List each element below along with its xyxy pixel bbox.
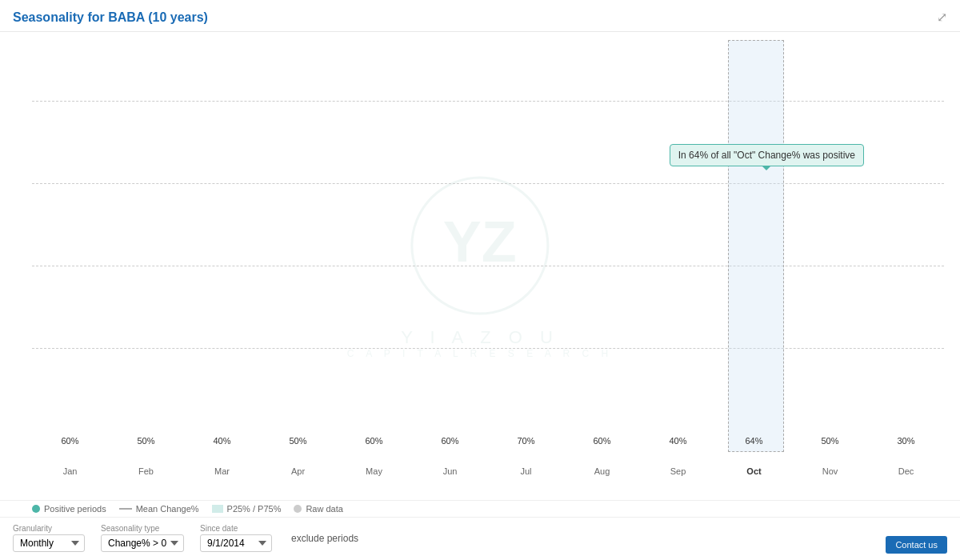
legend-positive: Positive periods bbox=[32, 504, 106, 514]
legend-mean-line bbox=[119, 508, 132, 510]
since-date-select[interactable]: 9/1/2014 1/1/2010 1/1/2005 bbox=[200, 534, 272, 552]
bar-group-dec: 30% bbox=[868, 40, 944, 452]
granularity-group: Granularity Monthly Weekly Daily bbox=[13, 524, 85, 552]
x-axis-label-jul: Jul bbox=[488, 466, 564, 476]
x-axis-label-apr: Apr bbox=[260, 466, 336, 476]
bar-label-dec: 30% bbox=[878, 436, 934, 446]
legend-raw-label: Raw data bbox=[306, 504, 342, 514]
chart-area: YZ Y I A Z O U C A P I T A L R E S E A R… bbox=[0, 32, 960, 500]
chart-title: Seasonality for BABA (10 years) bbox=[13, 10, 208, 25]
bar-label-nov: 50% bbox=[802, 436, 858, 446]
bar-group-nov: 50% bbox=[792, 40, 868, 452]
bar-group-aug: 60% bbox=[564, 40, 640, 452]
legend-raw: Raw data bbox=[294, 504, 342, 514]
seasonality-label: Seasonality type bbox=[101, 524, 184, 533]
bar-label-jul: 70% bbox=[498, 436, 554, 446]
x-axis-label-sep: Sep bbox=[640, 466, 716, 476]
x-axis-label-nov: Nov bbox=[792, 466, 868, 476]
seasonality-group: Seasonality type Change% > 0 Change% < 0 bbox=[101, 524, 184, 552]
x-axis-label-dec: Dec bbox=[868, 466, 944, 476]
controls-bar: Granularity Monthly Weekly Daily Seasona… bbox=[0, 517, 960, 560]
bar-label-jan: 60% bbox=[42, 436, 98, 446]
granularity-label: Granularity bbox=[13, 524, 85, 533]
expand-icon[interactable]: ⤢ bbox=[937, 10, 947, 25]
bar-label-sep: 40% bbox=[650, 436, 706, 446]
bar-group-jun: 60% bbox=[412, 40, 488, 452]
bar-group-jul: 70% bbox=[488, 40, 564, 452]
x-axis-label-jan: Jan bbox=[32, 466, 108, 476]
bar-group-feb: 50% bbox=[108, 40, 184, 452]
x-axis-label-aug: Aug bbox=[564, 466, 640, 476]
since-date-label: Since date bbox=[200, 524, 272, 533]
bar-label-aug: 60% bbox=[574, 436, 630, 446]
exclude-periods-link[interactable]: exclude periods bbox=[291, 533, 358, 544]
x-axis-label-feb: Feb bbox=[108, 466, 184, 476]
legend-p25-rect bbox=[212, 505, 223, 513]
bar-label-feb: 50% bbox=[118, 436, 174, 446]
bar-label-may: 60% bbox=[346, 436, 402, 446]
granularity-select[interactable]: Monthly Weekly Daily bbox=[13, 534, 85, 552]
main-container: Seasonality for BABA (10 years) ⤢ YZ Y I… bbox=[0, 0, 960, 560]
legend-positive-label: Positive periods bbox=[44, 504, 106, 514]
bar-label-mar: 40% bbox=[194, 436, 250, 446]
legend-raw-dot bbox=[294, 505, 302, 513]
chart-header: Seasonality for BABA (10 years) ⤢ bbox=[0, 0, 960, 32]
bars-container: 60%50%40%50%60%60%70%60%40%64%50%30% bbox=[32, 40, 944, 452]
x-axis-label-may: May bbox=[336, 466, 412, 476]
x-axis-label-jun: Jun bbox=[412, 466, 488, 476]
bar-group-sep: 40% bbox=[640, 40, 716, 452]
bar-label-jun: 60% bbox=[422, 436, 478, 446]
legend: Positive periods Mean Change% P25% / P75… bbox=[0, 500, 960, 517]
bar-label-oct: 64% bbox=[726, 436, 782, 446]
legend-positive-dot bbox=[32, 505, 40, 513]
legend-mean-label: Mean Change% bbox=[136, 504, 199, 514]
seasonality-select[interactable]: Change% > 0 Change% < 0 bbox=[101, 534, 184, 552]
bar-label-apr: 50% bbox=[270, 436, 326, 446]
x-axis: JanFebMarAprMayJunJulAugSepOctNovDec bbox=[32, 466, 944, 476]
x-axis-label-oct: Oct bbox=[716, 466, 792, 476]
contact-button[interactable]: Contact us bbox=[886, 536, 947, 554]
bar-group-mar: 40% bbox=[184, 40, 260, 452]
bar-group-oct: 64% bbox=[716, 40, 792, 452]
bar-group-jan: 60% bbox=[32, 40, 108, 452]
legend-p25-label: P25% / P75% bbox=[227, 504, 282, 514]
legend-p25: P25% / P75% bbox=[212, 504, 282, 514]
bar-group-apr: 50% bbox=[260, 40, 336, 452]
legend-mean: Mean Change% bbox=[119, 504, 199, 514]
x-axis-label-mar: Mar bbox=[184, 466, 260, 476]
since-date-group: Since date 9/1/2014 1/1/2010 1/1/2005 bbox=[200, 524, 272, 552]
bar-group-may: 60% bbox=[336, 40, 412, 452]
